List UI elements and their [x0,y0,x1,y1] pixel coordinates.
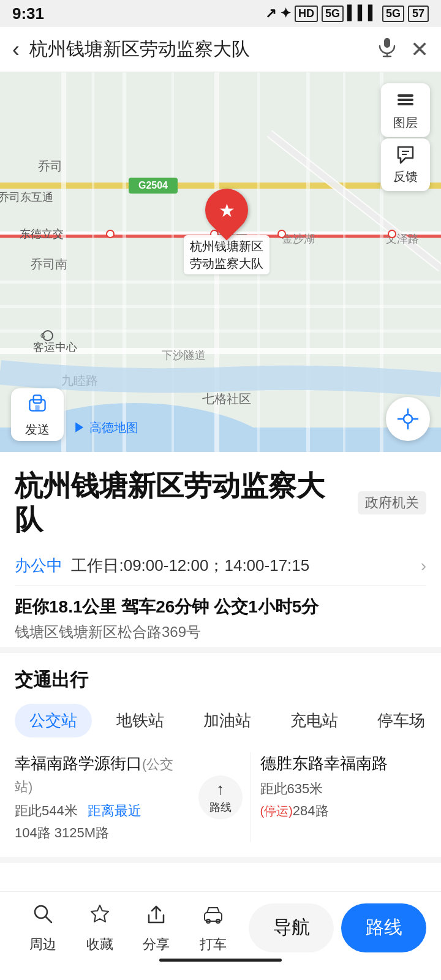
send-label: 发送 [25,421,50,438]
home-indicator [159,959,282,962]
hours-time: 工作日:09:00-12:00；14:00-17:15 [71,556,309,575]
bottom-bar: 周边 收藏 分享 [0,891,441,980]
send-button[interactable]: 发送 [11,388,64,441]
share-icon [144,902,168,932]
svg-text:乔司东互通: 乔司东互通 [0,191,53,203]
status-bar: 9:31 ↗ ✦ HD 5G ▍▍▍ 5G 57 [0,0,441,27]
svg-text:下沙隧道: 下沙隧道 [162,349,206,361]
svg-rect-44 [398,94,413,97]
search-bar: ‹ 杭州钱塘新区劳动监察大队 ✕ [0,27,441,72]
svg-point-40 [107,230,114,238]
battery-icon: 57 [408,6,429,22]
collect-label: 收藏 [86,935,113,954]
voice-button[interactable] [374,33,401,66]
svg-rect-0 [384,38,390,48]
feedback-icon [386,145,425,168]
navigate-button[interactable]: 导航 [249,903,334,952]
svg-text:乔司南: 乔司南 [31,257,67,271]
transport-title: 交通出行 [15,668,426,693]
route-label: 路线 [209,800,232,815]
share-button[interactable]: 分享 [128,902,185,954]
address-text: 钱塘区钱塘新区松合路369号 [15,622,426,642]
bus-stops-row: 幸福南路学源街口(公交站) 距此544米 距离最近 104路 3125M路 ↑ … [15,752,426,842]
hours-chevron-icon: › [421,556,426,576]
tab-metro-stop[interactable]: 地铁站 [102,704,179,737]
svg-rect-18 [0,305,441,308]
route-arrow-icon: ↑ [216,780,224,799]
bluetooth-icon: ✦ [280,6,291,21]
svg-rect-19 [0,330,441,333]
location-icon: ↗ [265,6,276,21]
distance-row: 距你18.1公里 驾车26分钟 公交1小时5分 钱塘区钱塘新区松合路369号 [15,586,426,647]
share-label: 分享 [143,935,170,954]
route-plan-button[interactable]: 路线 [341,903,426,952]
svg-rect-17 [0,281,441,284]
svg-rect-46 [398,103,413,105]
transport-tabs: 公交站 地铁站 加油站 充电站 停车场 [15,704,426,737]
svg-rect-56 [35,405,39,410]
tab-gas-station[interactable]: 加油站 [189,704,266,737]
distance-text: 距你18.1公里 驾车26分钟 公交1小时5分 [15,595,426,619]
svg-rect-15 [306,72,310,452]
svg-text:东德立交: 东德立交 [20,228,64,240]
5g-badge2: 5G [382,6,404,22]
tab-charging-station[interactable]: 充电站 [276,704,353,737]
back-button[interactable]: ‹ [10,34,22,65]
route-button[interactable]: ↑ 路线 [198,775,243,820]
stop-left-dist: 距此544米 距离最近 [15,802,181,820]
stop-right-dist: 距此635米 [260,780,427,798]
bottom-actions: 周边 收藏 分享 [15,902,426,954]
feedback-button[interactable]: 反馈 [381,138,430,191]
section-divider-1 [0,647,441,653]
hours-row[interactable]: 办公中 工作日:09:00-12:00；14:00-17:15 › [15,546,426,586]
place-name: 杭州钱塘新区劳动监察大队 [15,469,348,537]
svg-text:金沙湖: 金沙湖 [282,233,315,245]
clear-button[interactable]: ✕ [408,34,431,65]
svg-text:客运中心: 客运中心 [33,341,77,353]
svg-text:G: G [40,333,45,339]
layers-label: 图层 [386,115,425,131]
layers-button[interactable]: 图层 [381,83,430,137]
svg-rect-20 [92,72,94,452]
svg-point-49 [404,415,412,423]
nearby-label: 周边 [29,935,56,954]
tab-bus-stop[interactable]: 公交站 [15,704,92,737]
navigate-label: 导航 [273,915,310,940]
brand-logo-icon: ▶ [74,421,86,434]
place-tag: 政府机关 [358,491,426,514]
star-icon [88,902,112,932]
taxi-button[interactable]: 打车 [185,902,242,954]
search-icon [31,902,55,932]
location-pin: ★ 杭州钱塘新区劳动监察大队 [184,189,270,274]
stop-right-name: 德胜东路幸福南路 [260,752,427,774]
5g-badge: 5G [322,6,344,22]
svg-rect-23 [343,72,345,452]
search-input[interactable]: 杭州钱塘新区劳动监察大队 [29,37,366,62]
transport-section: 交通出行 公交站 地铁站 加油站 充电站 停车场 幸福南路学源街口(公交站) 距… [0,653,441,878]
svg-line-59 [45,916,51,922]
hours-status: 办公中 [15,556,62,575]
collect-button[interactable]: 收藏 [72,902,129,954]
section-divider-2 [0,857,441,863]
svg-rect-21 [172,72,174,452]
info-panel: 杭州钱塘新区劳动监察大队 政府机关 办公中 工作日:09:00-12:00；14… [0,452,441,647]
stop-left-lines: 104路 3125M路 [15,824,181,842]
tab-parking[interactable]: 停车场 [363,704,426,737]
bus-stop-right: 德胜东路幸福南路 距此635米 (停运)284路 [250,752,427,842]
bus-stop-left: 幸福南路学源街口(公交站) 距此544米 距离最近 104路 3125M路 [15,752,191,842]
feedback-label: 反馈 [386,168,425,185]
map-container[interactable]: G2504 乔司 乔司东互通 乔司南 九睦路 东德立交 客运中心 G 下沙西 金… [0,72,441,452]
nearby-button[interactable]: 周边 [15,902,72,954]
stop-left-name: 幸福南路学源街口(公交站) [15,752,181,797]
svg-text:G2504: G2504 [138,180,168,190]
send-icon [26,392,48,419]
status-icons: ↗ ✦ HD 5G ▍▍▍ 5G 57 [265,6,429,22]
location-button[interactable] [386,397,430,441]
svg-text:乔司: 乔司 [38,159,62,173]
svg-point-43 [388,230,396,238]
status-time: 9:31 [12,4,44,23]
taxi-label: 打车 [200,935,227,954]
route-plan-label: 路线 [366,915,402,940]
svg-point-42 [278,230,285,238]
stop-nearest-label: 距离最近 [88,803,141,818]
